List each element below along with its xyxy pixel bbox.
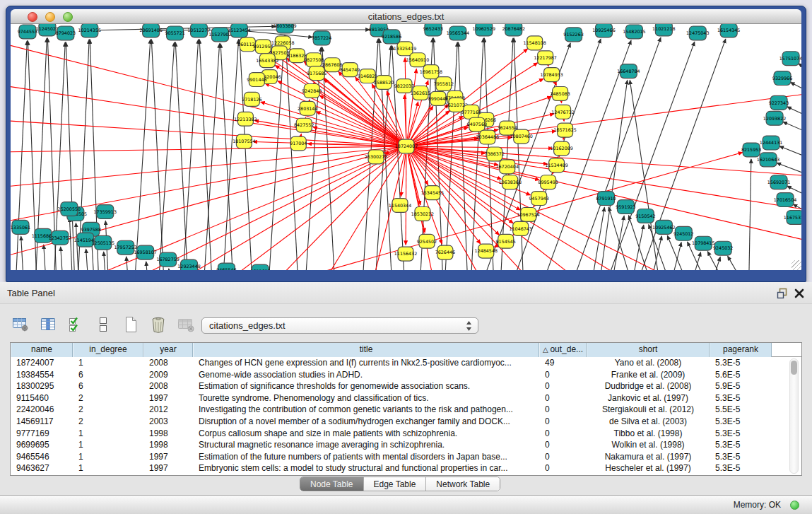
tab-node-table[interactable]: Node Table [300,477,364,491]
close-window-button[interactable] [28,12,37,22]
table-cell: 2 [73,392,143,404]
graph-node-label: 9218586 [382,34,401,40]
table-type-tabs: Node Table Edge Table Network Table [300,477,500,491]
graph-node-label: 19784933 [540,72,563,78]
graph-node-label: 16782759 [156,257,179,262]
table-cell: 9465546 [11,451,73,463]
table-cell: 49 [539,357,587,369]
table-row[interactable]: 1938455462009Genome-wide association stu… [11,369,801,381]
graph-node-label: 15482015 [623,29,645,35]
table-source-dropdown[interactable]: citations_edges.txt [201,317,478,334]
scrollbar-thumb[interactable] [791,361,797,375]
table-cell: Wolkin et al. (1998) [587,439,710,451]
float-panel-icon[interactable] [777,288,788,299]
table-row[interactable]: 1456911722003Disruption of a novel membe… [11,416,801,428]
graph-node-label: 16958107 [134,250,156,255]
table-cell: Yano et al. (2008) [587,357,710,369]
graph-node-label: 9699695 [250,269,270,270]
table-cell: Estimation of significance thresholds fo… [193,380,539,392]
table-cell: 14569117 [11,416,73,428]
dropdown-stepper-icon [466,320,472,332]
table-cell: 0 [539,439,587,451]
table-panel: Table Panel [0,282,812,495]
graph-node-label: 15640910 [406,57,429,63]
graph-node-label: 10798415 [692,241,714,247]
close-panel-icon[interactable] [794,288,805,299]
column-header-out_de[interactable]: △ out_de... [539,343,587,357]
resize-grip[interactable] [792,260,801,270]
graph-node-label: 16210643 [757,157,779,163]
table-toolbar: f(x) [11,312,223,337]
graph-node-label: 9652433 [423,26,443,32]
graph-node-label: 7386372 [485,151,505,157]
delete-table-icon-disabled [177,315,195,334]
graph-node-label: 1362615 [411,90,430,96]
minimize-window-button[interactable] [45,12,55,22]
graph-node-label: 17359913 [94,209,117,215]
table-row[interactable]: 969969511998Structural magnetic resonanc… [11,439,801,451]
table-cell: 0 [539,404,587,416]
delete-icon[interactable] [149,315,167,334]
table-row[interactable]: 946362711997Embryonic stem cells: a mode… [11,462,801,474]
graph-node-label: 9245012 [673,231,693,237]
graph-edge [21,236,25,270]
graph-edge [301,134,302,136]
graph-node-label: 10962529 [473,26,495,32]
table-row[interactable]: 2242004622012Investigating the contribut… [11,404,801,416]
table-cell: 1997 [143,392,193,404]
window-titlebar[interactable]: citations_edges.txt [11,9,801,24]
column-header-year[interactable]: year [143,343,193,357]
table-cell: 5.6E-5 [710,369,772,381]
graph-node-label: 16648784 [617,69,640,74]
column-header-short[interactable]: short [587,343,710,357]
table-cell: 0 [539,462,587,474]
graph-node-label: 9457943 [529,196,548,201]
column-header-title[interactable]: title [193,343,539,357]
graph-edge [158,42,175,270]
table-cell: 5.9E-5 [710,380,772,392]
table-cell: 9777169 [11,428,73,440]
tab-network-table[interactable]: Network Table [426,477,500,491]
column-header-in_degree[interactable]: in_degree [73,343,143,357]
table-cell: 2 [73,416,143,428]
graph-node-label: 16961758 [420,69,442,75]
table-body: 1872400712008Changes of HCN gene express… [11,357,801,474]
column-header-pagerank[interactable]: pagerank [710,343,772,357]
table-cell: 1998 [143,439,193,451]
table-cell: Tourette syndrome. Phenomenology and cla… [193,392,539,404]
node-table: namein_degreeyeartitle△ out_de...shortpa… [10,342,802,476]
table-row[interactable]: 946554611997Estimation of the future num… [11,451,801,463]
vertical-scrollbar[interactable] [789,358,799,474]
rows-icon[interactable] [94,315,112,334]
table-cell: 9115460 [11,392,73,404]
table-panel-header: Table Panel [0,282,812,304]
graph-node-label: 11540344 [389,203,411,209]
graph-edge [728,256,755,270]
tab-edge-table[interactable]: Edge Table [364,477,427,491]
new-document-icon[interactable] [122,315,140,334]
table-header-row: namein_degreeyeartitle△ out_de...shortpa… [11,343,801,357]
table-settings-icon[interactable] [11,315,30,334]
graph-edge [565,37,661,270]
table-cell: 2012 [143,404,193,416]
table-cell: 5.5E-5 [710,404,772,416]
table-column-icon[interactable] [39,315,57,334]
graph-edge [182,40,199,270]
table-cell: 5.3E-5 [710,416,772,428]
table-cell: 1998 [143,428,193,440]
table-row[interactable]: 1830029562008Estimation of significance … [11,380,801,392]
table-row[interactable]: 1872400712008Changes of HCN gene express… [11,357,801,369]
network-view[interactable]: 1872400786011238912954122260589827503818… [11,24,801,270]
column-header-name[interactable]: name [11,343,73,357]
graph-node-label: 15692071 [767,180,790,185]
zoom-window-button[interactable] [63,12,73,22]
table-cell: 2 [73,404,143,416]
graph-node-label: 12093822 [763,116,786,122]
graph-edge [11,147,399,187]
table-cell: 1 [73,462,143,474]
table-row[interactable]: 977716911998Corpus callosum shape and si… [11,428,801,440]
network-canvas[interactable]: 1872400786011238912954122260589827503818… [11,24,801,270]
table-row[interactable]: 911546021997Tourette syndrome. Phenomeno… [11,392,801,404]
select-columns-icon[interactable] [66,315,85,334]
graph-edge [666,243,681,270]
